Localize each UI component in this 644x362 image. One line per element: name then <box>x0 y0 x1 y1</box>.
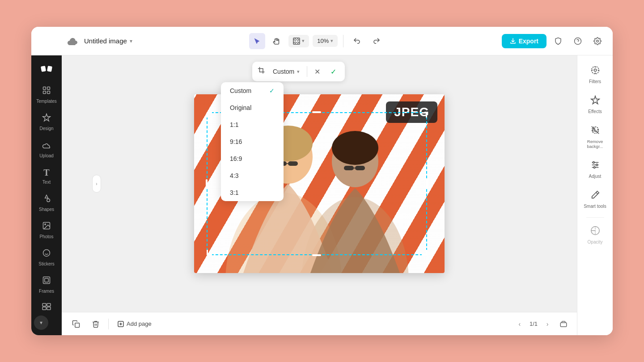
canvas-viewport[interactable]: Custom ▾ ✕ ✓ Custom ✓ <box>62 55 577 312</box>
selected-ratio-label: Custom <box>273 68 294 75</box>
undo-button[interactable] <box>349 33 365 49</box>
ratio-dropdown: Custom ✓ Original 1:1 9:16 16:9 <box>221 82 284 201</box>
opacity-label: Opacity <box>588 240 603 245</box>
header: Untitled image ▾ ▾ <box>31 27 613 55</box>
check-selected-icon: ✓ <box>269 87 275 94</box>
sidebar-item-templates[interactable]: Templates <box>34 82 59 108</box>
sidebar-item-photos[interactable]: Photos <box>34 218 59 243</box>
layers-button[interactable] <box>557 318 570 330</box>
text-icon: T <box>43 168 49 178</box>
effects-label: Effects <box>588 109 602 114</box>
upload-icon <box>42 140 51 152</box>
sidebar-toggle[interactable]: › <box>92 175 101 193</box>
stickers-label: Stickers <box>38 261 55 267</box>
svg-rect-13 <box>43 277 50 284</box>
left-sidebar: Templates Design Upload T <box>31 55 62 335</box>
hand-tool-button[interactable] <box>269 33 285 49</box>
panel-item-adjust[interactable]: Adjust <box>580 156 610 184</box>
settings-button[interactable] <box>589 33 606 49</box>
help-button[interactable] <box>570 33 586 49</box>
sidebar-item-grid[interactable] <box>34 299 59 316</box>
svg-rect-14 <box>45 278 48 282</box>
header-right: Export <box>502 33 606 49</box>
remove-bg-icon <box>590 125 600 137</box>
svg-rect-27 <box>355 166 365 170</box>
toggle-chevron-icon: › <box>96 181 97 186</box>
ratio-4x3-label: 4:3 <box>230 172 238 179</box>
sidebar-item-upload[interactable]: Upload <box>34 137 59 162</box>
ratio-option-original[interactable]: Original <box>221 99 284 116</box>
ratio-selector-button[interactable]: Custom ▾ <box>269 66 303 77</box>
duplicate-page-button[interactable] <box>69 317 83 331</box>
svg-point-34 <box>594 69 597 72</box>
svg-point-44 <box>596 164 597 166</box>
sidebar-item-text[interactable]: T Text <box>34 164 59 189</box>
effects-icon <box>590 95 600 107</box>
shapes-label: Shapes <box>39 207 54 212</box>
svg-rect-8 <box>47 91 50 94</box>
add-page-label: Add page <box>127 320 152 327</box>
grid-icon <box>42 303 51 312</box>
crop-confirm-button[interactable]: ✓ <box>327 65 339 78</box>
ratio-option-custom[interactable]: Custom ✓ <box>221 82 284 99</box>
ratio-option-1x1[interactable]: 1:1 <box>221 116 284 133</box>
frames-icon <box>42 276 51 287</box>
ratio-option-9x16[interactable]: 9:16 <box>221 133 284 150</box>
ratio-1x1-label: 1:1 <box>230 121 238 128</box>
panel-item-filters[interactable]: Filters <box>580 61 610 89</box>
sidebar-item-stickers[interactable]: Stickers <box>34 245 59 270</box>
svg-rect-33 <box>560 323 567 327</box>
frames-label: Frames <box>39 289 54 294</box>
jpeg-badge: JPEG <box>386 101 437 123</box>
crop-tool-icon <box>258 67 266 76</box>
templates-icon <box>42 86 51 97</box>
panel-item-opacity[interactable]: Opacity <box>580 221 610 249</box>
sidebar-item-frames[interactable]: Frames <box>34 272 59 298</box>
sidebar-item-shapes[interactable]: Shapes <box>34 190 59 216</box>
delete-page-button[interactable] <box>89 317 103 331</box>
svg-rect-18 <box>47 307 51 310</box>
zoom-level: 10% <box>317 38 329 44</box>
sidebar-item-design[interactable]: Design <box>34 109 59 135</box>
ratio-option-16x9[interactable]: 16:9 <box>221 150 284 167</box>
header-center: ▾ 10% ▾ <box>138 33 496 49</box>
svg-rect-24 <box>288 161 298 166</box>
main-area: Custom ▾ ✕ ✓ Custom ✓ <box>62 55 577 335</box>
export-label: Export <box>519 38 538 45</box>
next-page-button[interactable]: › <box>541 318 554 330</box>
header-left: Untitled image ▾ <box>65 34 132 48</box>
redo-button[interactable] <box>369 33 385 49</box>
export-button[interactable]: Export <box>502 34 547 48</box>
ratio-chevron-icon: ▾ <box>297 69 300 75</box>
select-tool-button[interactable] <box>249 33 265 49</box>
shield-icon-button[interactable] <box>550 33 566 49</box>
title-area[interactable]: Untitled image ▾ <box>84 37 132 45</box>
cloud-icon <box>65 34 80 48</box>
svg-point-9 <box>47 199 50 202</box>
frame-tool-button[interactable]: ▾ <box>288 35 309 47</box>
app-body: Templates Design Upload T <box>31 55 613 335</box>
prev-page-button[interactable]: ‹ <box>513 318 526 330</box>
crop-close-button[interactable]: ✕ <box>311 65 323 78</box>
stickers-icon <box>42 248 51 260</box>
sidebar-more-button[interactable]: ▾ <box>34 316 48 330</box>
next-icon: › <box>547 320 549 328</box>
panel-item-smart-tools[interactable]: Smart tools <box>580 185 610 214</box>
svg-line-46 <box>596 192 597 194</box>
ratio-option-4x3[interactable]: 4:3 <box>221 167 284 184</box>
header-divider <box>343 35 343 47</box>
ratio-custom-label: Custom <box>230 87 251 94</box>
add-page-button[interactable]: Add page <box>114 319 155 329</box>
svg-rect-26 <box>344 166 354 170</box>
panel-item-effects[interactable]: Effects <box>580 91 610 119</box>
ratio-option-3x1[interactable]: 3:1 <box>221 184 284 201</box>
chevron-down-icon: ▾ <box>40 320 42 326</box>
zoom-control[interactable]: 10% ▾ <box>313 35 338 47</box>
svg-point-45 <box>593 166 595 168</box>
document-title: Untitled image <box>84 37 127 45</box>
svg-rect-5 <box>43 87 46 90</box>
svg-point-11 <box>45 224 46 225</box>
design-icon <box>42 113 51 124</box>
filters-label: Filters <box>589 79 601 84</box>
panel-item-remove-bg[interactable]: Remove backgr... <box>580 121 610 154</box>
